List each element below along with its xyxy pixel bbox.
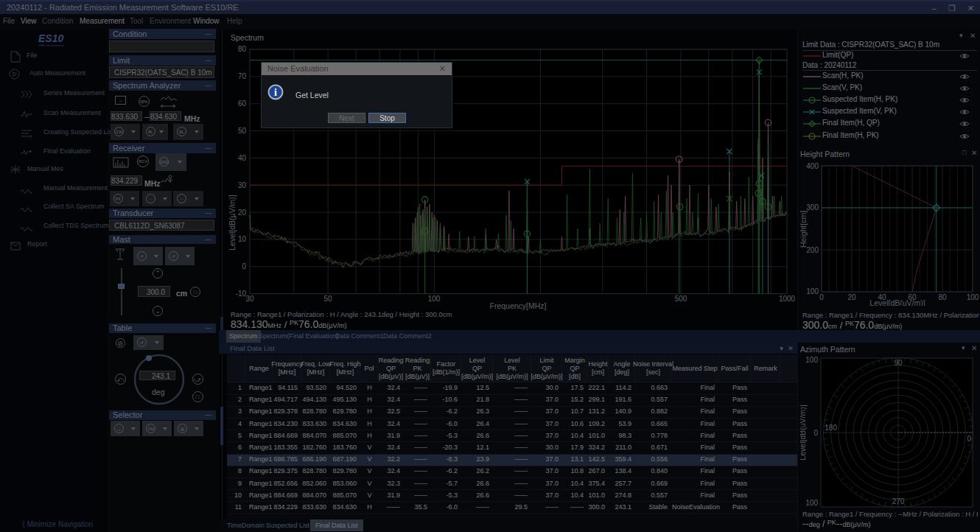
svg-text:i: i xyxy=(274,87,277,98)
